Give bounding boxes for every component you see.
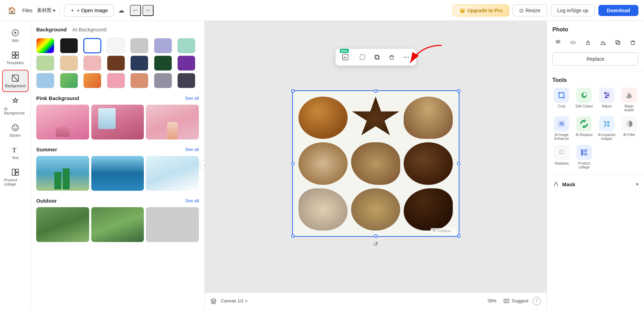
- panel-collapse-button[interactable]: ‹: [200, 160, 205, 170]
- pink-bg-1[interactable]: [36, 105, 89, 140]
- light-pink-swatch[interactable]: [83, 55, 101, 71]
- dark-green-swatch[interactable]: [154, 55, 172, 71]
- summer-bg-3[interactable]: [146, 156, 199, 191]
- sidebar-item-add[interactable]: Add: [2, 25, 29, 46]
- download-button[interactable]: Download: [598, 5, 638, 16]
- resize-handle-tr[interactable]: [457, 89, 460, 93]
- black-swatch[interactable]: [60, 38, 78, 53]
- delete-button[interactable]: [385, 51, 398, 63]
- material-nav[interactable]: 素材图 ▾: [37, 7, 55, 14]
- login-button[interactable]: Log in/Sign up: [551, 5, 595, 16]
- panel-tab-background[interactable]: Background: [36, 27, 67, 32]
- salmon-swatch[interactable]: [130, 73, 148, 88]
- sidebar-item-product-collage[interactable]: Product collage: [2, 165, 29, 190]
- resize-handle-ml[interactable]: [291, 162, 295, 165]
- tool-ai-replace[interactable]: AI Replace: [575, 116, 593, 141]
- rainbow-swatch[interactable]: [36, 38, 54, 53]
- outdoor-see-all[interactable]: See all: [185, 198, 199, 203]
- outdoor-section-header: Outdoor See all: [36, 198, 199, 204]
- rotate-handle[interactable]: ↺: [372, 240, 380, 248]
- outdoor-bg-2[interactable]: [91, 207, 144, 242]
- tool-adjust[interactable]: Adjust: [598, 88, 616, 112]
- resize-handle-mr[interactable]: [457, 162, 460, 165]
- tool-ai-image-enhancer[interactable]: AI Image Enhancer: [552, 116, 571, 141]
- lock-button[interactable]: [582, 37, 593, 48]
- more-options-button[interactable]: [400, 51, 412, 63]
- pink-swatch[interactable]: [107, 73, 125, 88]
- pink-bg-3[interactable]: [146, 105, 199, 140]
- resize-handle-bm[interactable]: [374, 234, 378, 238]
- upgrade-button[interactable]: 👑 Upgrade to Pro: [453, 5, 509, 16]
- resize-handle-br[interactable]: [457, 234, 460, 238]
- sky-blue-swatch[interactable]: [36, 73, 54, 88]
- tool-magic-eraser[interactable]: Magic eraser: [620, 88, 638, 112]
- purple-swatch[interactable]: [177, 55, 195, 71]
- svg-rect-27: [617, 42, 620, 45]
- mint-swatch[interactable]: [177, 38, 195, 53]
- resize-handle-bl[interactable]: [291, 234, 295, 238]
- panel-tab-ai-background[interactable]: AI Background: [72, 27, 107, 32]
- resize-handle-tm[interactable]: [374, 89, 378, 93]
- suggest-button[interactable]: Suggest: [503, 298, 528, 304]
- gray-swatch[interactable]: [130, 38, 148, 53]
- select-button[interactable]: [356, 51, 368, 63]
- light-green-swatch[interactable]: [36, 55, 54, 71]
- layers-photo-button[interactable]: [552, 37, 563, 48]
- svg-point-38: [560, 150, 563, 154]
- sidebar-item-templates[interactable]: Templates: [2, 47, 29, 68]
- help-button[interactable]: ?: [533, 297, 541, 305]
- green-gradient-swatch[interactable]: [60, 73, 78, 88]
- pink-see-all[interactable]: See all: [185, 96, 199, 101]
- outdoor-bg-1[interactable]: [36, 207, 89, 242]
- adjust-icon: [599, 88, 614, 103]
- flip-button[interactable]: [567, 37, 578, 48]
- replace-button[interactable]: Replace: [552, 52, 638, 66]
- tool-ai-expands-images[interactable]: AI expands images: [598, 116, 616, 141]
- sidebar-item-sticker[interactable]: Sticker: [2, 120, 29, 141]
- medium-gray-swatch[interactable]: [154, 73, 172, 88]
- sidebar-item-background[interactable]: Background: [2, 70, 29, 92]
- tool-crop[interactable]: Crop: [552, 88, 571, 112]
- outdoor-bg-3[interactable]: [146, 207, 199, 242]
- peach-swatch[interactable]: [60, 55, 78, 71]
- shell-1: [298, 97, 348, 139]
- canvas-content[interactable]: New AI: [205, 21, 546, 292]
- summer-see-all[interactable]: See all: [185, 147, 199, 152]
- white-selected-swatch[interactable]: [83, 38, 101, 53]
- canvas-image[interactable]: ⚙ insMind...: [292, 90, 459, 237]
- ai-tool-button[interactable]: New AI: [339, 51, 351, 63]
- pink-bg-2[interactable]: [91, 105, 144, 140]
- sidebar-item-ai-background[interactable]: AI Background: [2, 93, 29, 119]
- home-button[interactable]: 🏠: [6, 4, 18, 17]
- brown-swatch[interactable]: [107, 55, 125, 71]
- mask-expand-button[interactable]: ▾: [636, 181, 638, 187]
- undo-button[interactable]: ↩: [130, 5, 141, 16]
- copy-button[interactable]: [371, 51, 383, 63]
- orange-gradient-swatch[interactable]: [83, 73, 101, 88]
- summer-bg-1[interactable]: [36, 156, 89, 191]
- trash-button[interactable]: [628, 37, 638, 48]
- sidebar-item-text[interactable]: T Text: [2, 142, 29, 163]
- open-image-button[interactable]: ＋ + Open Image: [64, 4, 114, 17]
- periwinkle-swatch[interactable]: [154, 38, 172, 53]
- cloud-button[interactable]: ☁: [118, 7, 124, 14]
- layers-button[interactable]: [210, 298, 217, 304]
- summer-bg-2[interactable]: [91, 156, 144, 191]
- files-nav[interactable]: Files: [22, 8, 33, 13]
- tool-shadows[interactable]: Shadows: [552, 145, 571, 169]
- tool-ai-filter[interactable]: AI Filter: [620, 116, 638, 141]
- resize-handle-tl[interactable]: [291, 89, 295, 93]
- redo-button[interactable]: ↪: [142, 5, 154, 16]
- resize-button[interactable]: ⊡ Resize: [513, 5, 547, 16]
- floating-toolbar: New AI: [335, 49, 416, 66]
- tool-edit-cutout[interactable]: Edit Cutout: [575, 88, 593, 112]
- tool-product-collage[interactable]: Product collage: [575, 145, 593, 169]
- dark-gray-swatch[interactable]: [177, 73, 195, 88]
- svg-rect-39: [581, 149, 583, 156]
- dark-blue-swatch[interactable]: [130, 55, 148, 71]
- duplicate-button[interactable]: [613, 37, 623, 48]
- white-swatch[interactable]: [107, 38, 125, 53]
- canvas-info[interactable]: Canvas 1/1 »: [221, 298, 248, 303]
- shape-button[interactable]: [598, 37, 608, 48]
- ai-expands-label: AI expands images: [598, 133, 616, 141]
